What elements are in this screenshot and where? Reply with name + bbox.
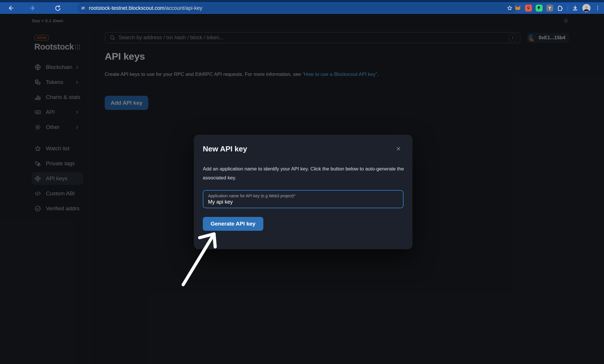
extensions-menu-button[interactable] xyxy=(557,5,564,12)
modal-header: New API key xyxy=(194,135,412,153)
browser-profile-avatar[interactable] xyxy=(582,4,590,12)
browser-chrome: rootstock-testnet.blockscout.com/account… xyxy=(0,0,604,14)
close-icon xyxy=(396,146,401,151)
person-avatar-icon xyxy=(582,4,590,12)
generate-api-key-button[interactable]: Generate API key xyxy=(203,217,263,231)
bookmark-button[interactable] xyxy=(507,5,513,11)
application-name-input[interactable] xyxy=(208,199,398,205)
toolbar-separator xyxy=(568,5,568,11)
extensions-area: T xyxy=(514,2,601,14)
url-host: rootstock-testnet.blockscout.com xyxy=(89,5,164,11)
url-path: /account/api-key xyxy=(164,5,202,11)
modal-title: New API key xyxy=(203,145,247,153)
puzzle-icon xyxy=(557,5,564,12)
modal-body-text: Add an application name to identify your… xyxy=(203,164,406,182)
browser-back-button[interactable] xyxy=(5,3,16,13)
metamask-fox-icon xyxy=(514,4,521,12)
t-extension-button[interactable]: T xyxy=(546,5,553,12)
back-arrow-icon xyxy=(7,5,14,12)
new-api-key-modal: New API key Add an application name to i… xyxy=(194,135,412,249)
browser-toolbar: rootstock-testnet.blockscout.com/account… xyxy=(0,2,604,14)
star-icon xyxy=(507,5,513,11)
kebab-menu-icon xyxy=(595,5,601,11)
pin-extension-button[interactable] xyxy=(525,5,532,12)
pin-icon xyxy=(526,5,531,11)
download-icon xyxy=(572,5,579,12)
application-name-field[interactable]: Application name for API key (e.g Web3 p… xyxy=(203,190,404,208)
blockscout-site: Gas < 0.1 Gwei testnet Rootstock Blockch… xyxy=(0,14,604,364)
t-extension-glyph: T xyxy=(548,6,551,11)
flag-bolt-icon xyxy=(537,5,542,11)
url-bar[interactable]: rootstock-testnet.blockscout.com/account… xyxy=(77,3,516,13)
site-settings-icon[interactable] xyxy=(80,5,86,11)
browser-reload-button[interactable] xyxy=(52,3,63,13)
forward-arrow-icon xyxy=(29,5,36,12)
modal-close-button[interactable] xyxy=(395,145,402,152)
browser-menu-button[interactable] xyxy=(594,5,601,12)
reload-icon xyxy=(55,5,61,12)
url-text: rootstock-testnet.blockscout.com/account… xyxy=(89,5,202,11)
window-top-strip xyxy=(0,0,604,2)
metamask-extension-button[interactable] xyxy=(514,5,521,12)
application-name-label: Application name for API key (e.g Web3 p… xyxy=(208,194,398,198)
wallet-extension-button[interactable] xyxy=(536,5,543,12)
downloads-button[interactable] xyxy=(572,5,579,12)
browser-forward-button[interactable] xyxy=(27,3,39,13)
